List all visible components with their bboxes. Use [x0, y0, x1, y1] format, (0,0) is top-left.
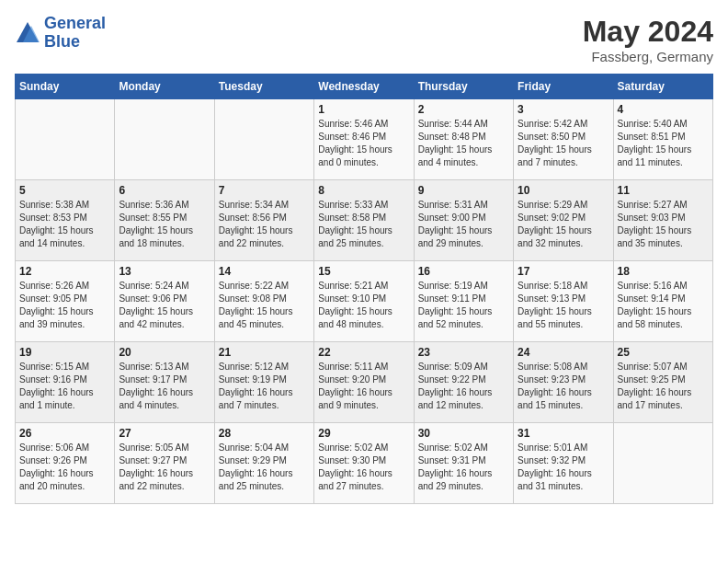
- day-number: 2: [418, 103, 509, 116]
- calendar-cell: 2Sunrise: 5:44 AM Sunset: 8:48 PM Daylig…: [414, 99, 513, 180]
- title-block: May 2024 Fassberg, Germany: [583, 15, 713, 64]
- calendar-cell: 13Sunrise: 5:24 AM Sunset: 9:06 PM Dayli…: [115, 261, 214, 342]
- day-number: 12: [19, 265, 110, 278]
- logo-text: General Blue: [44, 15, 106, 52]
- day-number: 16: [418, 265, 509, 278]
- day-number: 21: [219, 346, 310, 359]
- calendar-cell: 17Sunrise: 5:18 AM Sunset: 9:13 PM Dayli…: [514, 261, 613, 342]
- page-header: General Blue May 2024 Fassberg, Germany: [15, 15, 713, 64]
- day-number: 5: [19, 184, 110, 197]
- day-number: 23: [418, 346, 509, 359]
- day-info: Sunrise: 5:12 AM Sunset: 9:19 PM Dayligh…: [219, 361, 310, 412]
- calendar-cell: 14Sunrise: 5:22 AM Sunset: 9:08 PM Dayli…: [214, 261, 313, 342]
- day-info: Sunrise: 5:19 AM Sunset: 9:11 PM Dayligh…: [418, 280, 509, 331]
- col-friday: Friday: [514, 75, 613, 99]
- day-info: Sunrise: 5:33 AM Sunset: 8:58 PM Dayligh…: [318, 199, 409, 250]
- calendar-cell: 27Sunrise: 5:05 AM Sunset: 9:27 PM Dayli…: [115, 423, 214, 504]
- col-tuesday: Tuesday: [214, 75, 313, 99]
- day-info: Sunrise: 5:06 AM Sunset: 9:26 PM Dayligh…: [19, 442, 110, 493]
- calendar-table: Sunday Monday Tuesday Wednesday Thursday…: [15, 74, 713, 504]
- logo-line1: General: [44, 15, 106, 33]
- calendar-cell: 11Sunrise: 5:27 AM Sunset: 9:03 PM Dayli…: [613, 180, 712, 261]
- day-number: 26: [19, 427, 110, 440]
- calendar-cell: 9Sunrise: 5:31 AM Sunset: 9:00 PM Daylig…: [414, 180, 513, 261]
- calendar-cell: [115, 99, 214, 180]
- calendar-week-1: 1Sunrise: 5:46 AM Sunset: 8:46 PM Daylig…: [16, 99, 713, 180]
- day-number: 27: [119, 427, 210, 440]
- day-info: Sunrise: 5:08 AM Sunset: 9:23 PM Dayligh…: [518, 361, 609, 412]
- calendar-cell: [613, 423, 712, 504]
- calendar-week-2: 5Sunrise: 5:38 AM Sunset: 8:53 PM Daylig…: [16, 180, 713, 261]
- col-saturday: Saturday: [613, 75, 712, 99]
- day-info: Sunrise: 5:09 AM Sunset: 9:22 PM Dayligh…: [418, 361, 509, 412]
- calendar-cell: 28Sunrise: 5:04 AM Sunset: 9:29 PM Dayli…: [214, 423, 313, 504]
- calendar-cell: 16Sunrise: 5:19 AM Sunset: 9:11 PM Dayli…: [414, 261, 513, 342]
- calendar-cell: 1Sunrise: 5:46 AM Sunset: 8:46 PM Daylig…: [314, 99, 414, 180]
- day-number: 6: [119, 184, 210, 197]
- day-info: Sunrise: 5:24 AM Sunset: 9:06 PM Dayligh…: [119, 280, 210, 331]
- day-info: Sunrise: 5:22 AM Sunset: 9:08 PM Dayligh…: [219, 280, 310, 331]
- day-info: Sunrise: 5:13 AM Sunset: 9:17 PM Dayligh…: [119, 361, 210, 412]
- day-info: Sunrise: 5:11 AM Sunset: 9:20 PM Dayligh…: [318, 361, 409, 412]
- calendar-cell: 4Sunrise: 5:40 AM Sunset: 8:51 PM Daylig…: [613, 99, 712, 180]
- calendar-cell: 26Sunrise: 5:06 AM Sunset: 9:26 PM Dayli…: [16, 423, 115, 504]
- calendar-cell: 20Sunrise: 5:13 AM Sunset: 9:17 PM Dayli…: [115, 342, 214, 423]
- day-number: 19: [19, 346, 110, 359]
- calendar-cell: 25Sunrise: 5:07 AM Sunset: 9:25 PM Dayli…: [613, 342, 712, 423]
- day-number: 4: [618, 103, 709, 116]
- day-info: Sunrise: 5:18 AM Sunset: 9:13 PM Dayligh…: [518, 280, 609, 331]
- logo: General Blue: [15, 15, 106, 52]
- day-info: Sunrise: 5:29 AM Sunset: 9:02 PM Dayligh…: [518, 199, 609, 250]
- day-number: 18: [618, 265, 709, 278]
- calendar-cell: 30Sunrise: 5:02 AM Sunset: 9:31 PM Dayli…: [414, 423, 513, 504]
- logo-line2: Blue: [44, 33, 106, 52]
- day-info: Sunrise: 5:02 AM Sunset: 9:31 PM Dayligh…: [418, 442, 509, 493]
- calendar-cell: 10Sunrise: 5:29 AM Sunset: 9:02 PM Dayli…: [514, 180, 613, 261]
- day-info: Sunrise: 5:16 AM Sunset: 9:14 PM Dayligh…: [618, 280, 709, 331]
- day-number: 3: [518, 103, 609, 116]
- day-number: 29: [318, 427, 409, 440]
- calendar-cell: 18Sunrise: 5:16 AM Sunset: 9:14 PM Dayli…: [613, 261, 712, 342]
- calendar-cell: 3Sunrise: 5:42 AM Sunset: 8:50 PM Daylig…: [514, 99, 613, 180]
- day-info: Sunrise: 5:34 AM Sunset: 8:56 PM Dayligh…: [219, 199, 310, 250]
- day-number: 9: [418, 184, 509, 197]
- calendar-cell: [214, 99, 313, 180]
- location: Fassberg, Germany: [583, 49, 713, 64]
- calendar-cell: 21Sunrise: 5:12 AM Sunset: 9:19 PM Dayli…: [214, 342, 313, 423]
- day-info: Sunrise: 5:02 AM Sunset: 9:30 PM Dayligh…: [318, 442, 409, 493]
- calendar-body: 1Sunrise: 5:46 AM Sunset: 8:46 PM Daylig…: [16, 99, 713, 504]
- day-info: Sunrise: 5:04 AM Sunset: 9:29 PM Dayligh…: [219, 442, 310, 493]
- calendar-week-5: 26Sunrise: 5:06 AM Sunset: 9:26 PM Dayli…: [16, 423, 713, 504]
- day-number: 8: [318, 184, 409, 197]
- calendar-cell: 19Sunrise: 5:15 AM Sunset: 9:16 PM Dayli…: [16, 342, 115, 423]
- calendar-week-4: 19Sunrise: 5:15 AM Sunset: 9:16 PM Dayli…: [16, 342, 713, 423]
- day-number: 20: [119, 346, 210, 359]
- calendar-cell: 6Sunrise: 5:36 AM Sunset: 8:55 PM Daylig…: [115, 180, 214, 261]
- day-info: Sunrise: 5:26 AM Sunset: 9:05 PM Dayligh…: [19, 280, 110, 331]
- calendar-cell: 12Sunrise: 5:26 AM Sunset: 9:05 PM Dayli…: [16, 261, 115, 342]
- col-sunday: Sunday: [16, 75, 115, 99]
- calendar-cell: 5Sunrise: 5:38 AM Sunset: 8:53 PM Daylig…: [16, 180, 115, 261]
- day-number: 17: [518, 265, 609, 278]
- day-number: 1: [318, 103, 409, 116]
- calendar-header: Sunday Monday Tuesday Wednesday Thursday…: [16, 75, 713, 99]
- calendar-week-3: 12Sunrise: 5:26 AM Sunset: 9:05 PM Dayli…: [16, 261, 713, 342]
- day-number: 13: [119, 265, 210, 278]
- day-number: 30: [418, 427, 509, 440]
- day-number: 7: [219, 184, 310, 197]
- day-number: 22: [318, 346, 409, 359]
- calendar-cell: 24Sunrise: 5:08 AM Sunset: 9:23 PM Dayli…: [514, 342, 613, 423]
- day-info: Sunrise: 5:27 AM Sunset: 9:03 PM Dayligh…: [618, 199, 709, 250]
- day-info: Sunrise: 5:31 AM Sunset: 9:00 PM Dayligh…: [418, 199, 509, 250]
- month-year: May 2024: [583, 15, 713, 49]
- calendar-cell: 29Sunrise: 5:02 AM Sunset: 9:30 PM Dayli…: [314, 423, 414, 504]
- day-number: 10: [518, 184, 609, 197]
- calendar-cell: 22Sunrise: 5:11 AM Sunset: 9:20 PM Dayli…: [314, 342, 414, 423]
- day-info: Sunrise: 5:36 AM Sunset: 8:55 PM Dayligh…: [119, 199, 210, 250]
- day-info: Sunrise: 5:40 AM Sunset: 8:51 PM Dayligh…: [618, 118, 709, 169]
- day-number: 31: [518, 427, 609, 440]
- calendar-cell: 31Sunrise: 5:01 AM Sunset: 9:32 PM Dayli…: [514, 423, 613, 504]
- day-number: 11: [618, 184, 709, 197]
- header-row: Sunday Monday Tuesday Wednesday Thursday…: [16, 75, 713, 99]
- day-info: Sunrise: 5:15 AM Sunset: 9:16 PM Dayligh…: [19, 361, 110, 412]
